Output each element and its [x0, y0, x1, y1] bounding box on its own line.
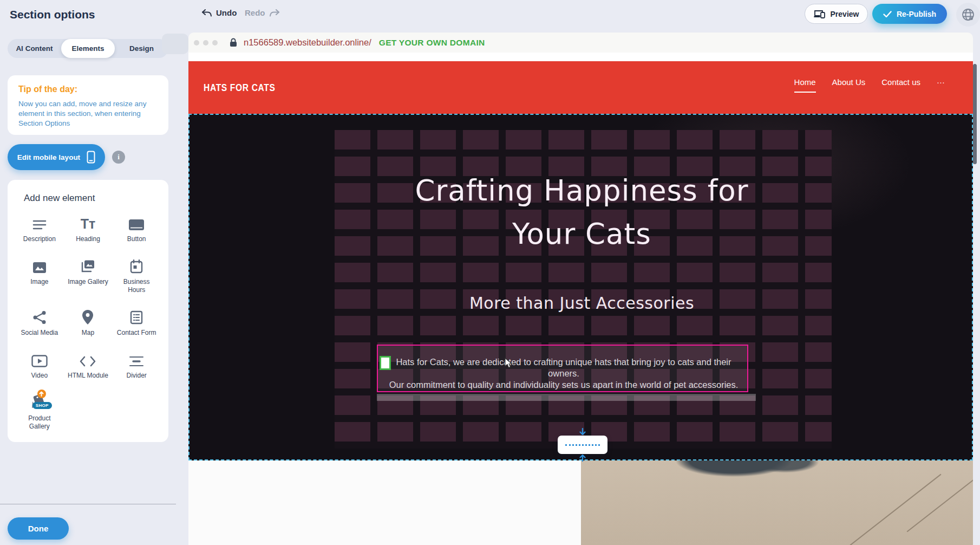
redo-icon: [269, 9, 280, 17]
site-header[interactable]: HATS FOR CATS Home About Us Contact us ·…: [188, 61, 973, 114]
mobile-phone-icon: [87, 151, 95, 164]
edit-mobile-layout-button[interactable]: Edit mobile layout: [8, 144, 105, 170]
devices-icon: [814, 10, 826, 18]
panel-tabs: AI Content Elements Design: [8, 39, 168, 58]
tip-title: Tip of the day:: [18, 85, 158, 94]
edit-mobile-label: Edit mobile layout: [17, 153, 80, 161]
hero-title-line2: Your Cats: [190, 212, 973, 256]
window-dots-icon: [194, 40, 218, 46]
tip-body: Now you can add, move and resize any ele…: [18, 99, 158, 128]
page-title: Section options: [10, 8, 95, 21]
image-icon: [32, 257, 47, 274]
preview-button[interactable]: Preview: [805, 4, 868, 24]
browser-chrome-bar: n1566589.websitebuilder.online/ GET YOUR…: [188, 33, 973, 53]
upgrade-arrow-icon: [37, 390, 46, 398]
product-gallery-icon: SHOP: [28, 394, 51, 410]
undo-button[interactable]: Undo: [201, 8, 237, 17]
social-media-icon: [32, 308, 47, 325]
arrow-up-icon: [579, 455, 586, 462]
section-resize-handle[interactable]: [558, 436, 607, 454]
hero-title[interactable]: Crafting Happiness for Your Cats: [190, 169, 973, 256]
nav-contact-us[interactable]: Contact us: [881, 77, 920, 92]
nav-home[interactable]: Home: [794, 77, 816, 93]
browser-chrome-edge: [162, 34, 188, 54]
element-hover-strip: [377, 394, 756, 401]
element-video[interactable]: Video: [15, 351, 64, 380]
next-section-blank[interactable]: [188, 460, 581, 545]
element-map[interactable]: Map: [64, 308, 113, 337]
heading-icon: Tт: [81, 215, 96, 231]
divider-icon: [129, 351, 144, 367]
tile-seam: [795, 474, 941, 545]
element-html-module[interactable]: HTML Module: [64, 351, 113, 380]
redo-label: Redo: [245, 8, 265, 17]
page-scrollbar[interactable]: [973, 64, 977, 164]
preview-label: Preview: [831, 10, 859, 18]
map-pin-icon: [82, 308, 93, 325]
hero-section-selected[interactable]: Crafting Happiness for Your Cats More th…: [188, 114, 973, 460]
element-social-media[interactable]: Social Media: [15, 308, 64, 337]
button-icon: [128, 215, 145, 231]
element-divider[interactable]: Divider: [112, 351, 161, 380]
site-url[interactable]: n1566589.websitebuilder.online/: [244, 37, 371, 48]
resize-dotted-line: [565, 444, 600, 446]
site-logo[interactable]: HATS FOR CATS: [204, 82, 276, 94]
business-hours-icon: [130, 257, 143, 274]
tip-of-the-day-card: Tip of the day: Now you can add, move an…: [8, 75, 168, 135]
element-heading[interactable]: Tт Heading: [64, 215, 113, 243]
arrow-down-icon: [579, 428, 586, 435]
element-image-gallery[interactable]: Image Gallery: [64, 257, 113, 294]
element-business-hours[interactable]: Business Hours: [112, 257, 161, 294]
contact-form-icon: [130, 308, 143, 325]
republish-label: Re-Publish: [897, 10, 936, 18]
hero-subtitle[interactable]: More than Just Accessories: [190, 294, 973, 313]
tab-ai-content[interactable]: AI Content: [8, 39, 61, 58]
html-code-icon: [80, 351, 96, 367]
element-image[interactable]: Image: [15, 257, 64, 294]
element-grid: Description Tт Heading Button: [15, 215, 161, 431]
site-preview-area: n1566589.websitebuilder.online/ GET YOUR…: [188, 33, 973, 545]
redo-button[interactable]: Redo: [245, 8, 280, 17]
element-button[interactable]: Button: [112, 215, 161, 243]
lock-icon: [230, 38, 237, 47]
next-section-image[interactable]: [581, 460, 973, 545]
tab-elements[interactable]: Elements: [61, 39, 115, 58]
section-options-panel: AI Content Elements Design Tip of the da…: [0, 30, 176, 545]
add-element-title: Add new element: [24, 193, 161, 204]
hero-title-line1: Crafting Happiness for: [190, 169, 973, 212]
element-contact-form[interactable]: Contact Form: [112, 308, 161, 337]
element-product-gallery[interactable]: SHOP Product Gallery: [15, 394, 64, 431]
nav-more[interactable]: ···: [937, 77, 945, 92]
description-icon: [32, 215, 47, 231]
info-icon[interactable]: i: [112, 151, 125, 164]
get-domain-link[interactable]: GET YOUR OWN DOMAIN: [379, 38, 485, 48]
globe-icon: [961, 8, 975, 22]
undo-icon: [201, 9, 212, 17]
add-element-card: Add new element Description Tт Heading: [8, 180, 168, 442]
shop-badge: SHOP: [32, 402, 52, 409]
video-icon: [31, 351, 48, 367]
check-icon: [883, 11, 892, 17]
website-page: HATS FOR CATS Home About Us Contact us ·…: [188, 53, 973, 545]
nav-about-us[interactable]: About Us: [832, 77, 866, 92]
hero-description-text[interactable]: Hats for Cats, we are dedicated to craft…: [388, 356, 740, 391]
language-globe-button[interactable]: [956, 3, 980, 27]
element-description[interactable]: Description: [15, 215, 64, 243]
tab-design[interactable]: Design: [115, 39, 168, 58]
done-button[interactable]: Done: [8, 517, 69, 540]
image-gallery-icon: [80, 257, 95, 274]
republish-button[interactable]: Re-Publish: [872, 4, 947, 24]
panel-divider: [0, 504, 176, 504]
site-nav: Home About Us Contact us ···: [794, 77, 945, 93]
top-toolbar: Section options Undo Redo Preview: [0, 0, 980, 30]
selected-description-element[interactable]: Hats for Cats, we are dedicated to craft…: [377, 345, 748, 392]
undo-label: Undo: [216, 8, 237, 17]
